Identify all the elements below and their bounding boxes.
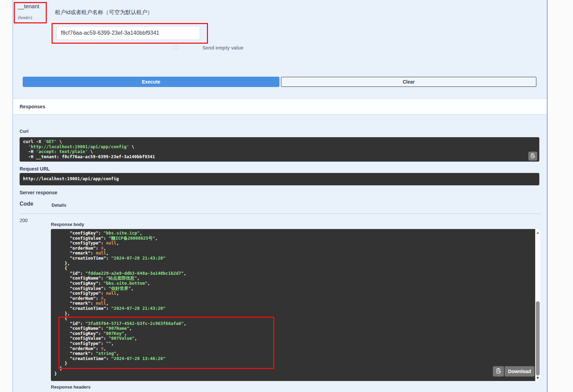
execute-button[interactable]: Execute <box>23 77 279 87</box>
scrollbar-up-arrow[interactable]: ▲ <box>535 230 540 235</box>
request-url-text: http://localhost:19001/api/app/config <box>23 176 536 182</box>
response-body-label: Response body <box>51 222 84 227</box>
send-empty-value-label: Send empty value <box>202 45 243 51</box>
response-body-json: "configKey": "bbs.site.icp", "configValu… <box>54 231 533 376</box>
server-response-label: Server response <box>20 190 57 195</box>
parameter-location: (header) <box>18 15 32 20</box>
table-divider <box>20 214 541 214</box>
code-column-header: Code <box>20 201 33 207</box>
response-body-wrapper: "configKey": "bbs.site.icp", "configValu… <box>51 229 540 381</box>
clear-button[interactable]: Clear <box>281 77 537 87</box>
download-button[interactable]: Download <box>505 366 535 377</box>
scrollbar-thumb[interactable] <box>536 301 540 375</box>
copy-response-button[interactable] <box>493 366 504 377</box>
response-headers-label: Response headers <box>51 384 91 390</box>
swagger-page: __tenant (header) 租户id或者租户名称（可空为默认租户） Se… <box>0 0 573 392</box>
tenant-value-input[interactable] <box>56 26 200 40</box>
operation-block: __tenant (header) 租户id或者租户名称（可空为默认租户） Se… <box>12 0 548 392</box>
response-body-scrollbar[interactable]: ▲ ▼ <box>535 229 540 381</box>
parameter-description: 租户id或者租户名称（可空为默认租户） <box>55 9 153 16</box>
scrollbar-down-arrow[interactable]: ▼ <box>535 376 540 380</box>
responses-title: Responses <box>20 104 45 109</box>
details-column-header: Details <box>52 203 66 208</box>
curl-command-text: curl -X 'GET' \ 'http://localhost:19001/… <box>23 139 526 159</box>
status-code: 200 <box>20 218 27 223</box>
copy-to-clipboard-icon <box>496 368 502 375</box>
curl-label: Curl <box>20 129 29 134</box>
curl-command-block: curl -X 'GET' \ 'http://localhost:19001/… <box>20 137 539 162</box>
response-body-block: "configKey": "bbs.site.icp", "configValu… <box>51 229 540 381</box>
request-url-label: Request URL <box>20 166 50 172</box>
parameter-name: __tenant <box>18 3 39 10</box>
send-empty-value-checkbox[interactable] <box>174 45 178 50</box>
copy-to-clipboard-icon <box>530 153 536 160</box>
responses-section-header: Responses <box>13 99 547 114</box>
request-url-block: http://localhost:19001/api/app/config <box>20 173 539 185</box>
copy-curl-button[interactable] <box>528 152 537 161</box>
